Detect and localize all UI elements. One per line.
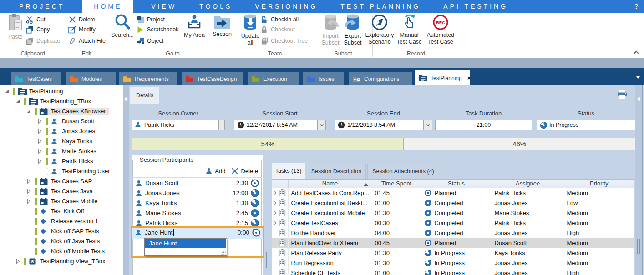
collapsed-arrow-icon[interactable] [36, 148, 43, 155]
my-area-button[interactable]: My Area [182, 14, 207, 39]
cut-button[interactable]: Cut [26, 15, 45, 24]
task-row[interactable]: Add TestCases to Com.Rep...01:45PlannedP… [272, 188, 634, 198]
tree-item-marie-stokes[interactable]: Marie Stokes [0, 146, 123, 156]
tasks-tab-description[interactable]: Session Description [307, 164, 366, 179]
collapsed-arrow-icon[interactable] [36, 118, 43, 125]
collapsed-arrow-icon[interactable] [25, 178, 32, 185]
task-row[interactable]: Create ExecutionList Mobile01:30Complete… [272, 208, 634, 218]
attach-file-button[interactable]: Attach File [68, 36, 106, 45]
add-participant-button[interactable]: Add [206, 168, 225, 175]
task-row[interactable]: Plan HandOver to XTeam00:45PlannedDusan … [272, 238, 634, 248]
collapsed-arrow-icon[interactable] [36, 158, 43, 165]
doc-tab-execution[interactable]: Execution [248, 72, 299, 85]
dropdown-button[interactable] [317, 120, 326, 130]
field-input[interactable]: 1/12/2018 8:54 AM [335, 120, 424, 130]
task-row[interactable]: Do the Handover04:00CompletedJonas Jones… [272, 228, 634, 238]
tree-item-testcases-sap[interactable]: TestCases SAP [0, 176, 123, 186]
field-input[interactable]: 21:00 [435, 120, 532, 130]
menu-item-home[interactable]: HOME [82, 0, 133, 13]
tree-item-testplanning_tbox[interactable]: TestPlanning_TBox [0, 96, 123, 106]
column-header-time-spent[interactable]: Time Spent [372, 179, 421, 188]
tree-item-kaya-tonks[interactable]: Kaya Tonks [0, 136, 123, 146]
collapse-tree-icon[interactable] [124, 96, 127, 102]
printer-icon[interactable] [617, 90, 627, 99]
automated-test-case-button[interactable]: RECAutomated Test Case [424, 14, 457, 45]
participant-row[interactable]: Jonas Jones12:00 [133, 188, 261, 198]
doc-tab-issues[interactable]: Issues [303, 72, 344, 85]
menu-item-api-testing[interactable]: API TESTING [432, 0, 519, 13]
column-header-status[interactable]: Status [421, 179, 492, 188]
autocomplete-suggestion[interactable]: Jane Hunt [145, 239, 226, 248]
tree-splitter-grip[interactable] [125, 240, 127, 255]
collapsed-arrow-icon[interactable] [36, 128, 43, 135]
tree-item-testcases-xbrowser[interactable]: TestCases XBrowser [0, 106, 123, 116]
doc-tab-modules[interactable]: Modules [66, 72, 116, 85]
task-row[interactable]: Create TestCases00:30CompletedPatrik Hic… [272, 218, 634, 228]
row-expand-icon[interactable] [272, 210, 279, 215]
tree-item-testplanning-user[interactable]: TestPlanning User [0, 166, 123, 176]
row-expand-icon[interactable] [272, 220, 279, 225]
tree-item-kick-off-java-tests[interactable]: Kick off Java Tests [0, 236, 123, 246]
collapsed-arrow-icon[interactable] [25, 188, 32, 195]
expanded-arrow-icon[interactable] [15, 98, 21, 105]
menu-item-tools[interactable]: TOOLS [188, 0, 243, 13]
help-icon[interactable]: ? [631, 1, 641, 11]
delete-participant-button[interactable]: Delete [232, 168, 258, 175]
task-row[interactable]: Plan Release Party01:30In ProgressKaya T… [272, 248, 634, 258]
ribbon-collapse-icon[interactable] [632, 49, 640, 56]
row-expand-icon[interactable] [272, 190, 279, 195]
section-button[interactable]: Section [210, 14, 234, 38]
right-splitter[interactable] [635, 85, 642, 275]
tasks-tab-attachments[interactable]: Session Attachments (4) [367, 164, 439, 179]
scratchbook-button[interactable]: Scratchbook [137, 25, 178, 34]
menu-item-project[interactable]: PROJECT [8, 0, 76, 13]
column-header-assignee[interactable]: Assignee [492, 179, 564, 188]
browse-button[interactable] [218, 120, 225, 130]
right-splitter-grip[interactable] [637, 239, 640, 254]
tree-item-dusan-scott[interactable]: Dusan Scott [0, 116, 123, 126]
collapse-right-icon[interactable] [637, 96, 640, 102]
tree-item-test-kick-off[interactable]: Test Kick Off [0, 206, 123, 216]
collapsed-arrow-icon[interactable] [15, 258, 21, 265]
doc-tab-testcasedesign[interactable]: TestCaseDesign [182, 72, 243, 85]
tasks-tab-tasks[interactable]: Tasks (13) [272, 163, 305, 179]
participant-editor-row[interactable]: Jane Hunt 0:00 [132, 228, 263, 239]
tree-splitter[interactable] [123, 85, 129, 275]
task-row[interactable]: Schedule CI_Tests01:00In ProgressJonas J… [272, 268, 634, 275]
field-input[interactable]: 12/27/2017 8:54 AM [234, 120, 317, 130]
tab-overflow-icon[interactable] [635, 75, 641, 80]
row-expand-icon[interactable] [272, 200, 279, 205]
field-input[interactable]: In Progress [537, 120, 635, 130]
dropdown-resize-grip[interactable] [220, 249, 226, 255]
collapsed-arrow-icon[interactable] [36, 138, 43, 145]
field-input[interactable]: Patrik Hicks [132, 120, 218, 130]
expanded-arrow-icon[interactable] [4, 88, 10, 95]
menu-item-test-planning[interactable]: TEST PLANNING [329, 0, 432, 13]
tree-item-release-version-1[interactable]: Release version 1 [0, 216, 123, 226]
menu-item-versioning[interactable]: VERSIONING [243, 0, 329, 13]
checkin-all-button[interactable]: Checkin all [260, 15, 299, 24]
tree-item-testcases-java[interactable]: TestCases Java [0, 186, 123, 196]
collapsed-arrow-icon[interactable] [25, 198, 32, 205]
column-header-priority[interactable]: Priority [564, 179, 634, 188]
modify-button[interactable]: Modify [68, 25, 96, 34]
tree-item-patrik-hicks[interactable]: Patrik Hicks [0, 156, 123, 166]
details-tab[interactable]: Details [130, 87, 159, 104]
doc-tab-testplanning[interactable]: TestPlanning× [415, 70, 470, 85]
header-icon-column[interactable] [272, 179, 288, 188]
tree-item-testplanning-view_tbox[interactable]: TestPlanning View_TBox [0, 256, 123, 266]
export-subset-button[interactable]: Export Subset [340, 14, 365, 46]
doc-tab-requirements[interactable]: Requirements [119, 72, 177, 85]
menu-item-view[interactable]: VIEW [140, 0, 188, 13]
dropdown-button[interactable] [424, 120, 432, 130]
tree-item-kick-off-mobile-tests[interactable]: Kick off Mobile Tests [0, 246, 123, 256]
search-button[interactable]: Search... [111, 14, 134, 39]
tree-item-jonas-jones[interactable]: Jonas Jones [0, 126, 123, 136]
tree-item-testcases-mobile[interactable]: TestCases Mobile [0, 196, 123, 206]
task-row[interactable]: Run Regression01:30In ProgressJonas Jone… [272, 258, 634, 268]
participant-row[interactable]: Dusan Scott2:30 [133, 178, 261, 188]
participant-row[interactable]: Kaya Tonks1:30 [133, 198, 261, 208]
update-all-button[interactable]: Update all [238, 14, 262, 46]
doc-tab-configurations[interactable]: Configurations [349, 72, 412, 85]
tree-item-testplanning[interactable]: TestPlanning [0, 86, 123, 96]
